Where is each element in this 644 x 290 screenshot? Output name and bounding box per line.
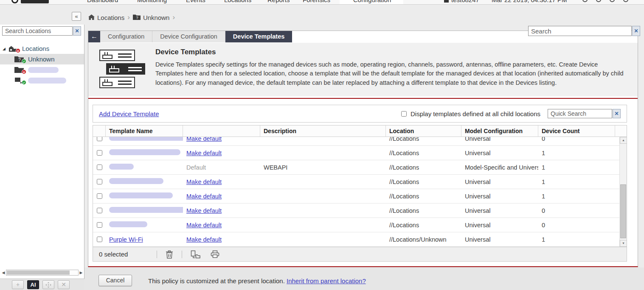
tab-device-templates[interactable]: Device Templates — [225, 31, 292, 42]
redacted-template-name[interactable] — [109, 207, 183, 213]
clear-quick-search-icon[interactable]: ✕ — [613, 109, 621, 118]
breadcrumb-label: Unknown — [143, 14, 170, 21]
policy-status-text: This policy is customized at the present… — [148, 277, 285, 284]
rename-location-button[interactable]: AI — [27, 280, 39, 289]
brand-name-redacted — [21, 0, 49, 3]
clear-search-icon[interactable]: ✕ — [632, 26, 640, 36]
table-row: Make default //Locations Universal 0 — [93, 204, 627, 218]
configuration-panel: ← Configuration Device Configuration Dev… — [88, 31, 638, 267]
column-location[interactable]: Location — [386, 125, 461, 137]
table-row: Make default //Locations Universal 1 — [93, 175, 627, 189]
sidebar-horizontal-scrollbar[interactable]: ◀ ▶ — [1, 269, 84, 276]
nav-item-dashboard[interactable]: Dashboard — [87, 0, 118, 3]
redacted-template-name[interactable] — [109, 192, 173, 198]
add-device-template-link[interactable]: Add Device Template — [99, 110, 159, 117]
device-templates-icon — [94, 47, 145, 90]
column-template-name[interactable]: Template Name — [106, 125, 183, 137]
tree-item-redacted[interactable]: ✓ — [0, 75, 84, 86]
delete-icon[interactable] — [164, 250, 175, 259]
make-default-link[interactable]: Make default — [186, 236, 222, 243]
copy-to-location-icon[interactable] — [189, 250, 202, 259]
scroll-left-icon[interactable]: ◀ — [1, 270, 6, 275]
scrollbar-track[interactable] — [6, 270, 79, 276]
print-icon[interactable] — [209, 250, 221, 258]
row-checkbox[interactable] — [97, 179, 102, 184]
cancel-button[interactable]: Cancel — [98, 275, 132, 286]
column-model-configuration[interactable]: Model Configuration — [461, 125, 538, 137]
table-vertical-scrollbar[interactable]: ▲ ▼ — [619, 137, 627, 247]
row-checkbox[interactable] — [97, 222, 102, 228]
cell-model: Universal — [461, 222, 538, 229]
make-default-link[interactable]: Make default — [186, 137, 222, 142]
row-checkbox[interactable] — [97, 193, 102, 199]
row-checkbox[interactable] — [97, 208, 102, 213]
move-location-button[interactable] — [42, 280, 54, 289]
cell-device-count: 1 — [538, 164, 615, 171]
nav-item-configuration[interactable]: Configuration — [353, 0, 391, 3]
tab-device-configuration[interactable]: Device Configuration — [152, 31, 225, 42]
top-nav-bar: Dashboard Monitoring Events Locations Re… — [0, 0, 644, 5]
nav-item-reports[interactable]: Reports — [267, 0, 290, 3]
nav-item-events[interactable]: Events — [186, 0, 205, 3]
page-description: Device Templates specify settings for th… — [155, 60, 627, 87]
template-name-link[interactable]: Purple Wi-Fi — [109, 236, 143, 243]
tree-item-locations[interactable]: ◢ ✕ Locations — [0, 43, 84, 54]
tree-item-unknown[interactable]: ? ✓ Unknown — [0, 54, 84, 64]
row-checkbox[interactable] — [97, 137, 102, 141]
redacted-template-name[interactable] — [109, 221, 147, 227]
redacted-template-name[interactable] — [109, 149, 180, 155]
table-body: Make default //Locations Universal 0 Mak… — [93, 137, 627, 247]
scroll-right-icon[interactable]: ▶ — [79, 270, 84, 275]
refresh-icon[interactable] — [582, 0, 588, 2]
quick-search-input[interactable] — [548, 109, 612, 118]
make-default-link[interactable]: Make default — [186, 178, 222, 185]
nav-item-forensics[interactable]: Forensics — [303, 0, 330, 3]
make-default-link[interactable]: Make default — [186, 150, 222, 156]
tree-item-redacted[interactable]: ✕ — [0, 64, 84, 75]
page-title: Device Templates — [155, 48, 627, 56]
cell-location: //Locations — [386, 137, 461, 142]
row-checkbox[interactable] — [97, 150, 102, 156]
column-device-count[interactable]: Device Count — [538, 125, 615, 137]
clear-search-icon[interactable]: ✕ — [73, 26, 81, 36]
row-checkbox[interactable] — [97, 165, 102, 170]
logout-icon[interactable] — [623, 0, 628, 2]
child-locations-checkbox[interactable] — [401, 111, 407, 117]
table-row: Default WEBAPI //Locations Model-Specifi… — [93, 160, 627, 175]
redacted-template-name[interactable] — [109, 178, 163, 184]
breadcrumb-item-locations[interactable]: Locations — [88, 14, 124, 21]
search-locations-input[interactable] — [2, 26, 73, 36]
column-scroll-spacer — [615, 125, 627, 137]
breadcrumb-item-unknown[interactable]: ? Unknown — [133, 14, 170, 21]
sidebar-collapse-button[interactable]: « — [72, 12, 81, 21]
edit-icon[interactable] — [596, 0, 601, 2]
help-icon[interactable] — [610, 0, 615, 2]
tab-configuration[interactable]: Configuration — [100, 31, 152, 42]
redacted-template-name[interactable] — [109, 164, 134, 170]
user-name[interactable]: test68247 — [451, 0, 479, 3]
ok-badge-icon: ✓ — [22, 80, 26, 85]
user-icon — [444, 0, 449, 3]
svg-text:?: ? — [136, 16, 138, 20]
inherit-from-parent-link[interactable]: Inherit from parent location? — [287, 277, 366, 284]
scroll-up-icon[interactable]: ▲ — [620, 137, 627, 144]
scroll-down-icon[interactable]: ▼ — [620, 240, 627, 247]
search-input[interactable] — [528, 26, 632, 36]
delete-location-button[interactable]: ✕ — [58, 280, 70, 289]
scrollbar-thumb[interactable] — [7, 270, 70, 275]
folder-question-icon: ? — [133, 14, 141, 21]
make-default-link[interactable]: Make default — [186, 207, 222, 214]
nav-item-locations[interactable]: Locations — [224, 0, 251, 3]
back-arrow-button[interactable]: ← — [88, 31, 100, 42]
redacted-template-name[interactable] — [109, 137, 183, 141]
make-default-link[interactable]: Make default — [186, 222, 222, 229]
make-default-link[interactable]: Make default — [186, 193, 222, 200]
ok-badge-icon: ✓ — [22, 59, 26, 64]
add-location-button[interactable]: + — [12, 280, 24, 289]
cell-device-count: 1 — [538, 150, 615, 156]
nav-item-monitoring[interactable]: Monitoring — [137, 0, 167, 3]
scrollbar-thumb[interactable] — [620, 184, 626, 238]
tree-expander-icon[interactable]: ◢ — [3, 47, 8, 51]
column-description[interactable]: Description — [260, 125, 386, 137]
row-checkbox[interactable] — [97, 237, 102, 242]
